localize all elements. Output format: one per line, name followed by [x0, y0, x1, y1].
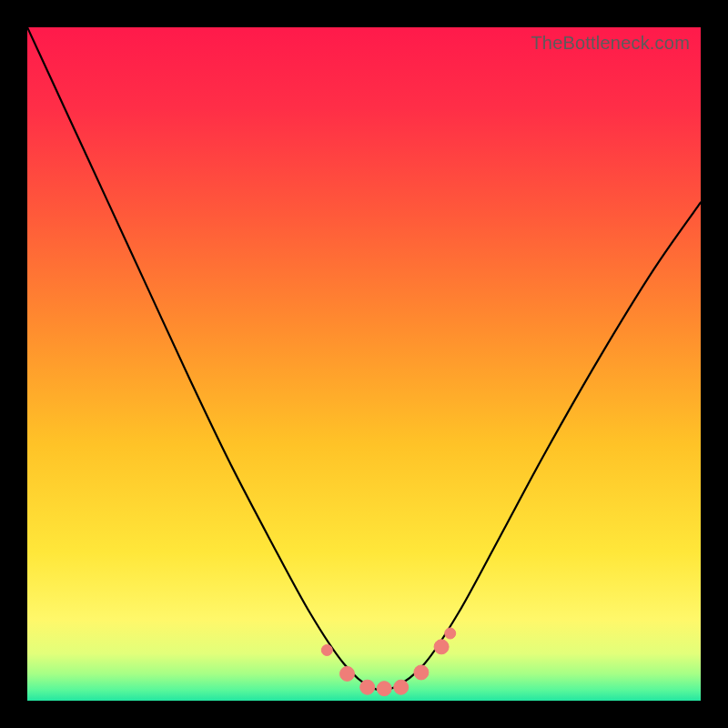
- curve-marker: [377, 682, 391, 696]
- chart-frame: TheBottleneck.com: [0, 0, 728, 728]
- curve-marker: [414, 665, 429, 680]
- bottleneck-curve: [27, 27, 701, 690]
- curve-marker: [394, 680, 409, 694]
- curve-marker: [434, 640, 449, 654]
- curve-layer: [27, 27, 701, 701]
- curve-marker: [340, 666, 355, 681]
- curve-marker: [321, 645, 332, 656]
- curve-marker: [360, 680, 375, 694]
- curve-marker: [445, 628, 456, 639]
- watermark-text: TheBottleneck.com: [531, 33, 690, 54]
- plot-area: TheBottleneck.com: [27, 27, 701, 701]
